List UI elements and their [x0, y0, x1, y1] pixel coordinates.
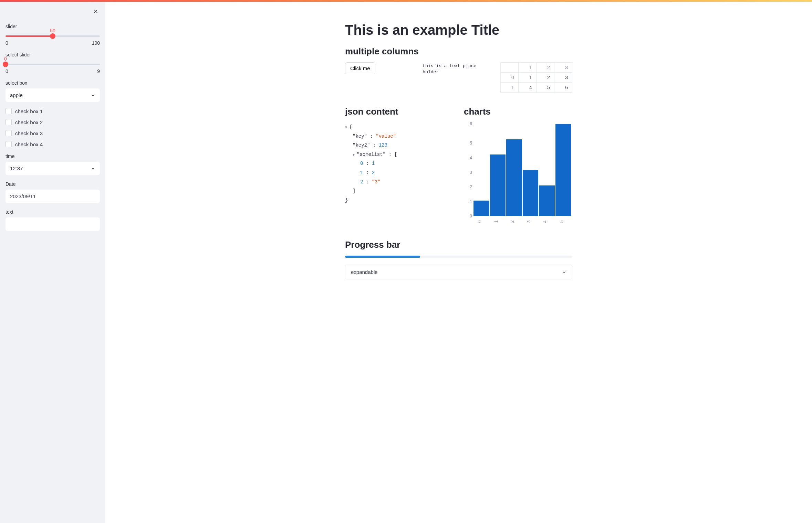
caret-down-icon[interactable]: ▼: [345, 124, 348, 131]
json-value: 2: [372, 170, 375, 175]
slider-min: 0: [6, 40, 8, 46]
selectbox-value: apple: [10, 92, 23, 98]
json-section: json content ▼{ "key" : "value" "key2" :…: [345, 106, 454, 226]
dataframe-table[interactable]: 1 2 3 0 1 2 3: [500, 62, 572, 93]
select-slider-min: 0: [6, 68, 8, 74]
json-index: 2: [360, 179, 363, 185]
table-row: 1 4 5 6: [500, 83, 572, 93]
checkbox-box[interactable]: [6, 130, 12, 136]
checkbox-2[interactable]: check box 2: [6, 119, 100, 125]
y-tick: 5: [464, 141, 472, 146]
select-slider-thumb[interactable]: [3, 62, 8, 67]
slider-value: 50: [50, 28, 55, 33]
select-slider-max: 9: [97, 68, 100, 74]
progress-bar: [345, 256, 572, 258]
x-tick: 0: [477, 214, 486, 230]
x-tick: 5: [559, 214, 567, 230]
text-input[interactable]: [10, 221, 95, 227]
json-viewer[interactable]: ▼{ "key" : "value" "key2" : 123 ▼"someli…: [345, 122, 454, 205]
slider-field: slider 50 0 100: [6, 24, 100, 46]
caret-down-icon: [91, 166, 95, 171]
checkbox-label: check box 3: [15, 130, 43, 136]
json-key: "key": [353, 134, 367, 139]
table-row-index: 1: [500, 83, 518, 93]
checkbox-4[interactable]: check box 4: [6, 141, 100, 147]
date-control[interactable]: 2023/09/11: [6, 190, 100, 203]
chevron-down-icon: [562, 270, 566, 275]
table-col-header: 3: [554, 63, 572, 73]
json-heading: json content: [345, 106, 454, 117]
x-tick: 3: [526, 214, 534, 230]
main-content: This is an example Title multiple column…: [105, 2, 812, 523]
x-tick: 4: [543, 214, 551, 230]
date-field: Date 2023/09/11: [6, 181, 100, 203]
slider-track[interactable]: [6, 35, 100, 37]
table-cell: 6: [554, 83, 572, 93]
x-tick: 1: [493, 214, 502, 230]
date-value: 2023/09/11: [10, 193, 36, 199]
sidebar: slider 50 0 100 select slider 0: [0, 2, 105, 523]
table-row: 0 1 2 3: [500, 73, 572, 83]
table-col-header: 1: [518, 63, 536, 73]
selectbox-field: select box apple: [6, 80, 100, 102]
text-label: text: [6, 209, 100, 215]
close-sidebar-button[interactable]: [91, 7, 101, 16]
json-value: "3": [372, 179, 381, 185]
caret-down-icon[interactable]: ▼: [353, 152, 356, 158]
charts-heading: charts: [464, 106, 572, 117]
expander[interactable]: expandable: [345, 265, 572, 279]
x-tick: 2: [510, 214, 518, 230]
slider-thumb[interactable]: [50, 33, 55, 39]
text-control[interactable]: [6, 217, 100, 231]
json-value: "value": [376, 134, 396, 139]
checkbox-3[interactable]: check box 3: [6, 130, 100, 136]
table-cell: 5: [536, 83, 554, 93]
checkbox-box[interactable]: [6, 108, 12, 114]
slider-fill: [6, 35, 53, 37]
checkbox-box[interactable]: [6, 119, 12, 125]
chart-x-axis: 012345: [473, 217, 571, 226]
select-slider-value: 0: [4, 56, 7, 62]
slider-max: 100: [92, 40, 100, 46]
y-tick: 6: [464, 121, 472, 126]
date-label: Date: [6, 181, 100, 187]
y-tick: 3: [464, 170, 472, 175]
select-slider-field: select slider 0 0 9: [6, 52, 100, 74]
placeholder-text: this is a text place holder: [423, 63, 476, 75]
checkbox-1[interactable]: check box 1: [6, 108, 100, 114]
chart-y-axis: 6 5 4 3 2 1 0: [464, 124, 472, 216]
y-tick: 4: [464, 156, 472, 160]
table-cell: 1: [518, 73, 536, 83]
column-3: 1 2 3 0 1 2 3: [500, 62, 572, 93]
selectbox-label: select box: [6, 80, 100, 86]
progress-fill: [345, 256, 420, 258]
bar-chart[interactable]: 6 5 4 3 2 1 0 012345: [464, 122, 572, 226]
y-tick: 0: [464, 214, 472, 218]
y-tick: 1: [464, 199, 472, 204]
column-1: Click me: [345, 62, 417, 74]
select-slider-label: select slider: [6, 52, 100, 57]
chevron-down-icon: [91, 93, 95, 98]
json-index: 0: [360, 161, 363, 166]
checkbox-box[interactable]: [6, 141, 12, 147]
text-field: text: [6, 209, 100, 231]
columns-heading: multiple columns: [345, 46, 572, 57]
chart-bar: [523, 170, 539, 216]
page-title: This is an example Title: [345, 22, 572, 38]
table-cell: 4: [518, 83, 536, 93]
charts-section: charts 6 5 4 3 2 1 0 012345: [464, 106, 572, 226]
select-slider-track[interactable]: [6, 64, 100, 65]
checkbox-label: check box 1: [15, 108, 43, 114]
time-control[interactable]: 12:37: [6, 162, 100, 175]
expander-label: expandable: [351, 269, 378, 275]
table-col-header: 2: [536, 63, 554, 73]
click-me-button[interactable]: Click me: [345, 62, 375, 74]
progress-heading: Progress bar: [345, 239, 572, 250]
selectbox-control[interactable]: apple: [6, 88, 100, 102]
checkbox-label: check box 4: [15, 141, 43, 147]
time-label: time: [6, 153, 100, 159]
time-value: 12:37: [10, 166, 23, 171]
column-2: this is a text place holder: [423, 62, 495, 75]
chart-bar: [490, 154, 506, 216]
chart-bar: [555, 124, 571, 216]
